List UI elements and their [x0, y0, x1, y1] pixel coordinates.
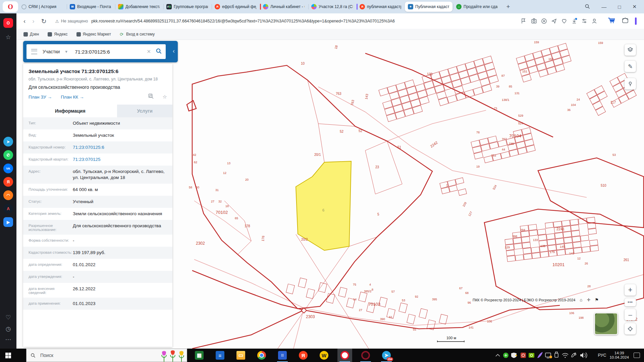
collapse-panel-icon[interactable]: ‹	[173, 48, 175, 55]
browser-tab[interactable]: ✦Публичная кадастровая к	[405, 2, 452, 12]
minimize-button[interactable]: —	[601, 4, 606, 10]
bookmark-item[interactable]: ⟳Вход в систему	[120, 32, 155, 37]
crosshair-icon[interactable]: ✛	[587, 297, 590, 302]
browser-tab[interactable]: CRM | Астория	[18, 2, 66, 12]
layers-button[interactable]	[625, 44, 636, 56]
map-parcel-label: 2241	[556, 227, 565, 231]
taskbar-opera-gx[interactable]	[358, 349, 373, 362]
field-value-link[interactable]: 71:23:070125:6	[73, 144, 167, 150]
speed-dial-button[interactable]: O	[3, 18, 13, 28]
browser-tab[interactable]: Личный кабинет - Объ	[260, 2, 308, 12]
browser-tab[interactable]: Яефрсб единый федерал	[212, 2, 259, 12]
taskbar-telegram[interactable]: ➤254	[379, 349, 394, 362]
map-parcel-label: 71	[494, 107, 497, 110]
browser-tab[interactable]: Добавление текста на ф	[115, 2, 163, 12]
start-button[interactable]	[0, 349, 16, 362]
telegram-icon[interactable]: ➤	[3, 137, 13, 146]
map-parcel-label: 179	[550, 250, 555, 254]
astoria-app-icon[interactable]: A	[3, 204, 13, 214]
info-row: Категория земель:Земли сельскохозяйствен…	[23, 208, 172, 220]
search-input[interactable]: 71:23:070125:6	[75, 49, 147, 55]
browser-tab[interactable]: #BГрупповые программы	[163, 2, 211, 12]
close-button[interactable]: ✕	[632, 4, 637, 10]
likes-heart-icon[interactable]: ♡	[3, 312, 13, 322]
sidebar-panel-toggle[interactable]	[635, 17, 637, 25]
reload-button[interactable]: ↻	[41, 17, 47, 25]
sidebar-more-icon[interactable]: ⋯	[3, 335, 13, 344]
tab-services[interactable]: Услуги	[117, 105, 172, 117]
measure-button[interactable]: ✎	[625, 61, 636, 72]
taskbar-webmoney[interactable]: W	[317, 349, 331, 362]
back-button[interactable]: ‹	[23, 17, 25, 25]
whatsapp-icon[interactable]: ✆	[3, 150, 13, 160]
bookmark-item[interactable]: Дзен	[23, 32, 39, 37]
field-label: Адрес:	[29, 169, 73, 181]
zoom-out-button[interactable]: –	[625, 309, 636, 320]
taskbar-chrome[interactable]	[254, 349, 269, 362]
taskbar-search[interactable]: Поиск	[26, 349, 187, 362]
notification-center-icon[interactable]	[634, 353, 640, 358]
new-tab-button[interactable]: +	[503, 2, 513, 12]
bookmarks-star-icon[interactable]: ☆	[3, 32, 13, 42]
marker-button[interactable]	[625, 78, 636, 89]
map-parcel-label: 28	[587, 285, 591, 288]
bookmark-item[interactable]: Яндекс Маркет	[76, 32, 111, 37]
vk-icon[interactable]: VK	[3, 164, 13, 173]
downloads-icon	[573, 18, 577, 23]
history-clock-icon[interactable]: ◷	[3, 324, 13, 334]
taskbar-clock[interactable]: 14:39 10.04.2024	[609, 351, 629, 360]
plan-zu-link[interactable]: План ЗУ →	[29, 95, 52, 100]
zoom-to-parcel-icon[interactable]	[148, 94, 154, 100]
tab-information[interactable]: Информация	[23, 105, 117, 117]
clear-search-icon[interactable]: ✕	[147, 49, 151, 55]
map-parcel-label: 763	[336, 92, 341, 96]
map-parcel-label: 138/1	[502, 98, 509, 102]
map-parcel-label: 62	[194, 161, 197, 164]
shopping-cart-icon[interactable]	[607, 17, 615, 25]
keyboard-language[interactable]: РУС	[598, 353, 606, 358]
bookmark-item[interactable]: Яндекс	[48, 32, 67, 37]
field-value-link[interactable]: 71:23:070125	[73, 157, 167, 163]
taskbar-file-explorer[interactable]: ▭	[233, 349, 248, 362]
map-parcel-label: 12	[223, 171, 226, 175]
field-label: Кадастровая стоимость:	[29, 250, 73, 256]
field-value: Объект недвижимости	[73, 120, 167, 126]
locate-me-button[interactable]	[625, 323, 636, 335]
taskbar-app-writer-doc[interactable]: ≡	[213, 349, 227, 362]
tab-search-icon[interactable]	[585, 4, 590, 10]
security-warning-icon[interactable]: ⚠	[55, 19, 59, 24]
search-category[interactable]: Участки	[43, 49, 60, 54]
map-more-button[interactable]: •••	[625, 298, 636, 306]
search-submit-icon[interactable]	[156, 48, 162, 55]
taskbar-yandex-browser[interactable]: Я	[296, 349, 311, 362]
pin-page-icon	[522, 19, 525, 23]
flag-icon[interactable]: ⚑	[595, 297, 599, 302]
favorite-star-icon[interactable]: ☆	[163, 94, 167, 100]
tab-title: Групповые программы	[174, 4, 208, 9]
browser-tab[interactable]: ✉Входящие - Почта Mail	[67, 2, 114, 12]
snapshot-camera-icon	[532, 19, 536, 23]
vk-video-icon[interactable]: ▶	[3, 217, 13, 227]
basemap-preview-thumbnail[interactable]	[594, 313, 618, 335]
browser-tab[interactable]: Япубличная кадастрова	[357, 2, 404, 12]
maximize-button[interactable]: □	[618, 4, 621, 10]
chevron-down-icon[interactable]: ▼	[64, 50, 68, 54]
plan-kk-link[interactable]: План КК →	[61, 95, 84, 100]
home-icon[interactable]: ⌂	[580, 297, 583, 302]
url-text[interactable]: pkk.rosreestr.ru/#/search/54.48689932511…	[91, 19, 395, 23]
zoom-in-button[interactable]: +	[625, 284, 636, 296]
taskbar-opera-active[interactable]	[337, 349, 352, 362]
field-label: Кадастровый квартал:	[29, 157, 73, 163]
widgets-tulips-image[interactable]	[158, 349, 187, 362]
search-field[interactable]: Участки ▼ 71:23:070125:6 ✕	[26, 44, 166, 59]
taskbar-app-calc-sheet[interactable]: ▦	[192, 349, 207, 362]
taskbar-calculator[interactable]: ⁞⁞	[275, 349, 290, 362]
opera-menu-button[interactable]: O	[3, 1, 18, 12]
forward-button[interactable]: ›	[32, 17, 34, 25]
browser-tab[interactable]: ⌂Продайте или сдайте в	[453, 2, 501, 12]
menu-burger-icon[interactable]	[31, 49, 37, 54]
browser-tab[interactable]: Участок 12,8 га (СНТ, Д	[308, 2, 356, 12]
yandex-icon[interactable]: Я	[3, 177, 13, 187]
shop-icon[interactable]: ◠	[3, 190, 13, 200]
wallet-icon[interactable]	[622, 17, 629, 25]
